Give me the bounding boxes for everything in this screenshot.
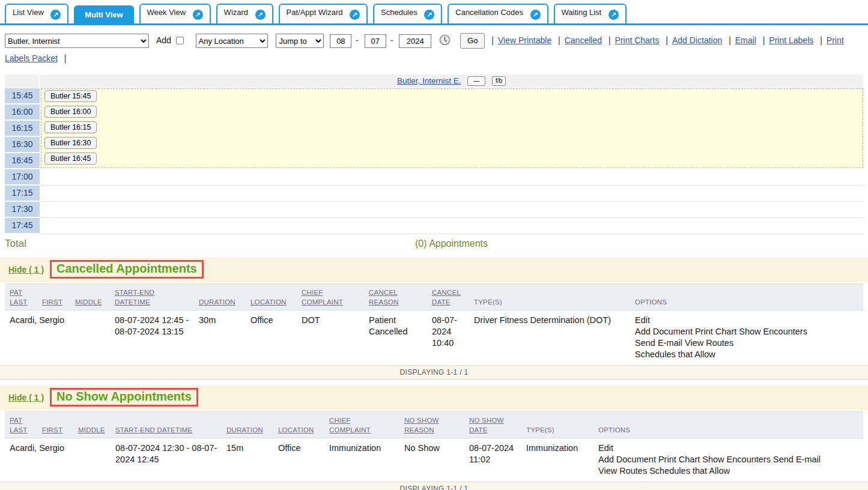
tab-label: Waiting List [562,8,602,17]
col-first[interactable]: FIRST [42,426,62,434]
tab-waiting-list[interactable]: Waiting List ↗ [554,4,627,23]
tab-week-view[interactable]: Week View ↗ [139,4,211,23]
col-first[interactable]: FIRST [42,298,62,306]
popout-icon[interactable]: ↗ [255,10,266,20]
total-label: Total [5,238,40,250]
col-noshow-date[interactable]: NO SHOW DATE [469,417,504,434]
slot-button[interactable]: Butler 16:30 [44,137,97,149]
col-datetime[interactable]: START-END DATETIME [115,289,154,306]
hide-noshow-link[interactable]: Hide ( 1 ) [8,393,44,402]
popout-icon[interactable]: ↗ [350,10,360,20]
noshow-table: PAT LAST FIRST MIDDLE START-END DATETIME… [5,411,863,480]
link-print-charts[interactable]: Print Charts [615,35,660,45]
add-checkbox[interactable] [176,37,184,44]
link-separator: | [609,35,611,45]
cell-datetime: 08-07-2024 12:30 - 08-07-2024 12:45 [115,438,226,481]
tab-pat-appt-wizard[interactable]: Pat/Appt Wizard ↗ [279,4,368,23]
year-input[interactable] [399,34,431,48]
option-send-email[interactable]: Send E-mail [773,455,821,464]
col-middle[interactable]: MIDDLE [78,426,105,434]
col-location[interactable]: LOCATION [278,426,314,434]
hide-cancelled-link[interactable]: Hide ( 1 ) [8,265,44,274]
cell-chief-complaint: DOT [302,310,369,364]
option-schedules-that-allow[interactable]: Schedules that Allow [649,466,730,476]
location-select[interactable]: Any Location [196,34,268,48]
option-print-chart[interactable]: Print Chart [658,455,700,464]
fb-button[interactable]: f/b [492,76,506,86]
col-types: TYPE(S) [526,426,554,434]
tab-cancellation-codes[interactable]: Cancellation Codes ↗ [448,4,548,23]
tab-wizard[interactable]: Wizard ↗ [216,4,273,23]
minimize-button[interactable]: — [467,76,485,86]
tab-label: Wizard [224,8,248,17]
col-cancel-date[interactable]: CANCEL DATE [432,289,461,306]
col-middle[interactable]: MIDDLE [75,298,102,306]
option-add-document[interactable]: Add Document [635,327,693,336]
link-separator: | [666,35,668,45]
cell-datetime: 08-07-2024 12:45 - 08-07-2024 13:15 [115,310,199,364]
tab-list-view[interactable]: List View ↗ [5,4,68,23]
noshow-header-row: PAT LAST FIRST MIDDLE START-END DATETIME… [5,412,863,438]
col-duration[interactable]: DURATION [199,298,235,306]
option-add-document[interactable]: Add Document [598,455,656,464]
option-view-routes[interactable]: View Routes [598,466,647,476]
popout-icon[interactable]: ↗ [193,10,203,20]
link-email[interactable]: Email [735,35,756,45]
popout-icon[interactable]: ↗ [424,10,434,20]
option-send-email[interactable]: Send E-mail [635,338,682,348]
tab-label: Pat/Appt Wizard [287,8,343,17]
col-options: OPTIONS [598,426,630,434]
link-view-printable[interactable]: View Printable [498,35,551,45]
link-add-dictation[interactable]: Add Dictation [672,35,722,45]
time-slot-label: 16:30 [5,137,40,152]
tab-label: Schedules [381,8,417,17]
col-pat-last[interactable]: PAT LAST [10,417,28,434]
option-view-routes[interactable]: View Routes [685,338,733,348]
col-duration[interactable]: DURATION [226,426,263,434]
time-slot-label: 16:45 [5,153,40,168]
provider-select[interactable]: Butler, Internist [5,34,149,48]
option-edit[interactable]: Edit [598,443,613,453]
col-cancel-reason[interactable]: CANCEL REASON [369,289,399,306]
go-button[interactable]: Go [460,33,485,49]
tab-multi-view[interactable]: Multi View [74,5,133,23]
tab-schedules[interactable]: Schedules ↗ [373,4,442,23]
popout-icon[interactable]: ↗ [50,10,61,20]
link-cancelled[interactable]: Cancelled [565,35,602,45]
col-noshow-reason[interactable]: NO SHOW REASON [404,417,439,434]
col-pat-last[interactable]: PAT LAST [10,289,28,306]
option-schedules-that-allow[interactable]: Schedules that Allow [635,349,715,359]
time-slot-label: 17:15 [5,186,40,201]
time-slot-label: 17:30 [5,202,40,217]
option-edit[interactable]: Edit [635,315,650,325]
slot-button[interactable]: Butler 15:45 [44,90,97,102]
clock-icon[interactable] [439,34,451,50]
popout-icon[interactable]: ↗ [530,10,541,20]
available-time-block[interactable]: Butler 15:45 Butler 16:00 Butler 16:15 B… [41,88,863,168]
cell-pat-last: Acardi, Sergio [5,438,42,481]
option-show-encounters[interactable]: Show Encounters [739,327,807,336]
link-print-labels[interactable]: Print Labels [769,35,813,45]
jump-to-select[interactable]: Jump to [276,34,324,48]
time-column: 15:45 16:00 16:15 16:30 16:45 17:00 17:1… [5,88,40,234]
slot-button[interactable]: Butler 16:45 [44,153,97,165]
cancelled-appointment-row: Acardi, Sergio 08-07-2024 12:45 - 08-07-… [5,310,863,364]
provider-header-link[interactable]: Butler, Internist E. [397,76,461,85]
noshow-section: Hide ( 1 ) No Show Appointments PAT LAST… [0,386,868,490]
slot-button[interactable]: Butler 16:00 [44,106,97,118]
slot-button[interactable]: Butler 16:15 [44,121,97,133]
col-types: TYPE(S) [474,298,502,306]
option-print-chart[interactable]: Print Chart [695,327,736,336]
day-input[interactable] [365,34,386,48]
schedule-empty-row [41,169,863,186]
schedule-empty-row [41,202,863,218]
cell-options: Edit Add Document Print Chart Show Encou… [635,310,863,364]
col-location[interactable]: LOCATION [250,298,287,306]
popout-icon[interactable]: ↗ [609,10,619,20]
col-chief-complaint[interactable]: CHIEF COMPLAINT [329,417,371,434]
cell-pat-last: Acardi, Sergio [5,310,42,364]
col-datetime[interactable]: START-END DATETIME [115,426,192,434]
option-show-encounters[interactable]: Show Encounters [702,455,771,464]
col-chief-complaint[interactable]: CHIEF COMPLAINT [302,289,343,306]
month-input[interactable] [330,34,351,48]
